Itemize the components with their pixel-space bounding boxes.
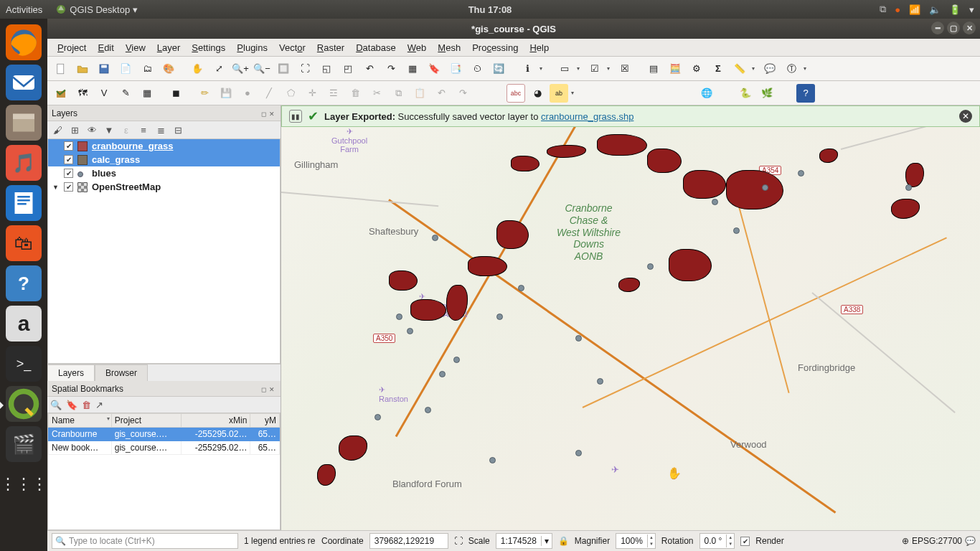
zoom-to-selection-button[interactable]: ◱ [317,60,336,78]
layer-expand-toggle[interactable]: ▼ [52,184,60,191]
window-minimize-button[interactable]: ━ [931,22,944,34]
window-close-button[interactable]: ✕ [963,22,976,34]
identify-dropdown[interactable]: ▾ [540,65,545,72]
pan-button[interactable]: ✋ [188,60,207,78]
layout-manager-button[interactable]: 🗂 [138,60,156,78]
bookmarks-panel-close-button[interactable]: ✕ [268,386,276,393]
render-checkbox[interactable]: ✔ [740,537,750,546]
crs-icon[interactable]: ⊕ [902,536,909,546]
menu-vector[interactable]: Vector [275,41,310,55]
tab-layers[interactable]: Layers [47,364,95,381]
dock-files[interactable] [6,105,42,141]
scale-field[interactable]: 1:174528▾ [496,533,552,549]
pause-messages-button[interactable]: ▮▮ [289,110,302,123]
undo-button[interactable]: ↶ [432,84,451,103]
delete-selected-button[interactable]: 🗑 [346,84,364,103]
dock-firefox[interactable] [6,24,42,60]
temporal-controller-button[interactable]: ⏲ [468,60,486,78]
highlight-label-dropdown[interactable]: ▾ [571,90,577,96]
layer-row-cranbourne_grass[interactable]: ✔cranbourne_grass [48,139,280,153]
map-canvas[interactable]: Shaftesbury Gillingham Blandford Forum V… [281,105,980,530]
layer-row-OpenStreetMap[interactable]: ▼✔OpenStreetMap [48,180,280,194]
add-feature-button[interactable]: ◼ [166,84,185,103]
refresh-button[interactable]: 🔄 [489,60,508,78]
toggle-editing-button[interactable]: ✎ [116,84,135,103]
zoom-out-button[interactable]: 🔍− [253,60,271,78]
layer-visibility-checkbox[interactable]: ✔ [64,141,73,151]
battery-tray-icon[interactable]: 🔋 [949,4,961,15]
bookmark-add-button[interactable]: 🔖 [66,400,77,410]
zoom-last-button[interactable]: ↶ [360,60,379,78]
power-tray-icon[interactable]: ▾ [969,4,974,15]
measure-button[interactable]: 📏 [730,60,749,78]
bookmarks-col-ym[interactable]: yM [250,414,280,428]
statistics-button[interactable]: Σ [709,60,727,78]
menu-mesh[interactable]: Mesh [433,41,465,55]
save-edits-button[interactable]: 💾 [217,84,235,103]
new-map-view-button[interactable]: ▦ [403,60,422,78]
dropbox-tray-icon[interactable]: ⧉ [880,4,886,15]
volume-tray-icon[interactable]: 🔈 [929,4,941,15]
add-polygon-button[interactable]: ⬠ [281,84,300,103]
save-project-button[interactable] [95,60,113,78]
new-project-button[interactable] [52,60,70,78]
select-by-value-dropdown[interactable]: ▾ [607,65,613,72]
label-tool-abc-button[interactable]: abc [507,84,525,103]
menu-settings[interactable]: Settings [187,41,230,55]
dock-software[interactable]: 🛍 [6,225,42,261]
processing-toolbox-button[interactable]: ⚙ [687,60,706,78]
modify-attrs-button[interactable]: ☲ [324,84,343,103]
layers-list[interactable]: ✔cranbourne_grass✔calc_grass✔blues▼✔Open… [47,138,281,364]
lock-scale-button[interactable]: 🔒 [558,536,569,546]
layer-visibility-checkbox[interactable]: ✔ [64,155,73,164]
window-maximize-button[interactable]: ▢ [947,22,960,34]
coordinate-field[interactable]: 379682,129219 [369,533,448,549]
dock-rhythmbox[interactable]: 🎵 [6,145,42,181]
menu-database[interactable]: Database [352,41,400,55]
expand-all-button[interactable]: ≡ [136,123,151,137]
appmenu[interactable]: QGIS Desktop ▾ [55,4,138,15]
select-features-button[interactable]: ▭ [555,60,574,78]
style-manager-button[interactable]: 🎨 [159,60,178,78]
message-close-button[interactable]: ✕ [959,110,972,123]
cut-button[interactable]: ✂ [367,84,386,103]
locator-input[interactable]: 🔍 Type to locate (Ctrl+K) [52,533,238,549]
layer-row-calc_grass[interactable]: ✔calc_grass [48,153,280,166]
menu-help[interactable]: Help [525,41,553,55]
menu-edit[interactable]: Edit [93,41,118,55]
diagram-button[interactable]: ◕ [528,84,547,103]
layer-row-blues[interactable]: ✔blues [48,166,280,180]
toggle-extents-button[interactable]: ⛶ [454,536,463,546]
bookmarks-table[interactable]: Name▾ Project xMin yM Cranbournegis_cour… [47,413,281,530]
dock-video[interactable]: 🎬 [6,426,42,462]
dock-apps[interactable]: ⋮⋮⋮ [6,466,42,502]
plugin-globe-button[interactable]: 🌐 [697,84,716,103]
orange-indicator-icon[interactable]: ● [895,4,900,15]
activities-label[interactable]: Activities [6,4,42,15]
redo-button[interactable]: ↷ [453,84,472,103]
remove-layer-button[interactable]: ⊟ [171,123,185,137]
paste-button[interactable]: 📋 [410,84,429,103]
bookmark-share-button[interactable]: ↗ [95,400,103,410]
bookmarks-col-project[interactable]: Project [111,414,181,428]
text-annotation-dropdown[interactable]: ▾ [804,65,809,72]
layer-style-button[interactable]: 🖌 [50,123,65,137]
zoom-next-button[interactable]: ↷ [382,60,400,78]
text-annotation-button[interactable]: Ⓣ [782,60,801,78]
zoom-native-button[interactable]: 🔲 [274,60,293,78]
map-tips-button[interactable]: 💬 [760,60,779,78]
magnifier-field[interactable]: 100%▲▼ [616,533,656,549]
add-point-button[interactable]: ● [238,84,257,103]
pan-to-selection-button[interactable]: ⤢ [209,60,228,78]
log-messages-button[interactable]: 💬 [965,536,976,546]
dock-help[interactable]: ? [6,265,42,301]
measure-dropdown[interactable]: ▾ [752,65,758,72]
zoom-full-button[interactable]: ⛶ [296,60,314,78]
crs-label[interactable]: EPSG:27700 [912,536,962,546]
open-project-button[interactable] [73,60,92,78]
select-by-value-button[interactable]: ☑ [585,60,604,78]
new-print-layout-button[interactable]: 📄 [116,60,135,78]
identify-button[interactable]: ℹ [518,60,537,78]
menu-raster[interactable]: Raster [313,41,349,55]
dock-terminal[interactable]: >_ [6,346,42,382]
